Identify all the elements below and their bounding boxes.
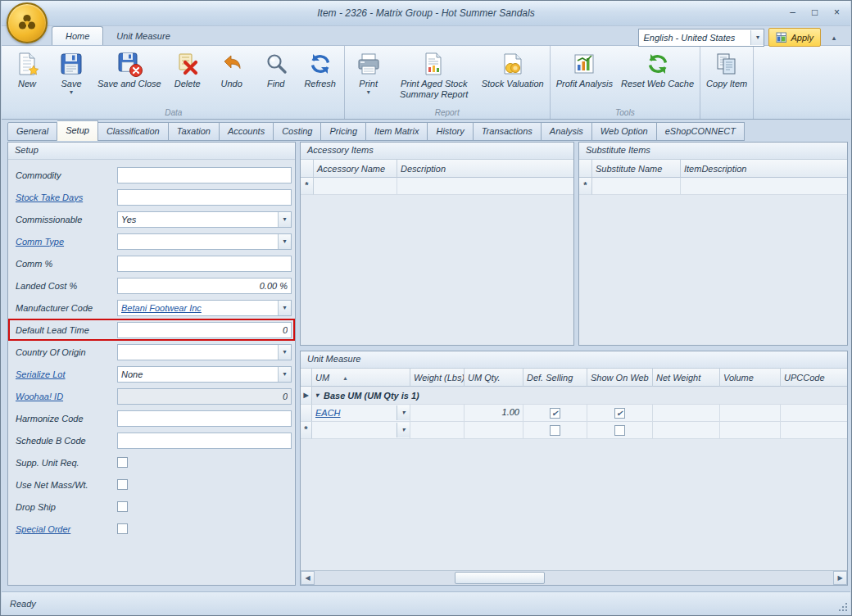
chevron-down-icon[interactable]: ▾: [397, 405, 410, 420]
new-button[interactable]: New: [5, 48, 49, 106]
column-header-upccode[interactable]: UPCCode: [781, 369, 847, 387]
um-value-link[interactable]: EACH: [315, 408, 397, 418]
stock-take-days-input[interactable]: [117, 189, 292, 206]
collapse-group-icon[interactable]: ▾: [315, 392, 319, 399]
scroll-left-icon[interactable]: ◀: [301, 571, 315, 585]
tab-transactions[interactable]: Transactions: [474, 122, 542, 141]
scrollbar-track[interactable]: [315, 571, 833, 585]
column-header-itemdescription[interactable]: ItemDescription: [681, 160, 847, 178]
default-lead-time-input[interactable]: [117, 322, 292, 338]
reset-web-cache-button[interactable]: Reset Web Cache: [617, 48, 698, 106]
manufacturer-code-value[interactable]: Betani Footwear Inc: [118, 303, 278, 313]
title-bar[interactable]: Item - 2326 - Matrix Group - Hot Summer …: [2, 1, 850, 26]
new-row[interactable]: *: [579, 178, 847, 195]
scrollbar-thumb[interactable]: [455, 572, 545, 584]
commodity-input[interactable]: [117, 167, 292, 183]
copy-item-button[interactable]: Copy Item: [702, 48, 751, 106]
tab-web-option[interactable]: Web Option: [592, 122, 657, 141]
unchecked-checkbox-use-net-mass-wt[interactable]: [117, 479, 128, 490]
save-and-close-button[interactable]: Save and Close: [93, 48, 165, 106]
language-select[interactable]: English - United States ▾: [638, 29, 764, 47]
find-button[interactable]: Find: [254, 48, 298, 106]
column-header-um[interactable]: UM▲: [312, 369, 410, 387]
cell[interactable]: [397, 178, 573, 195]
undo-button[interactable]: Undo: [210, 48, 254, 106]
column-header-um-qty[interactable]: UM Qty.: [465, 369, 523, 387]
new-row[interactable]: *: [301, 178, 573, 195]
checked-checkbox[interactable]: ✔: [550, 408, 560, 419]
column-header-weight-lbs[interactable]: Weight (Lbs): [410, 369, 465, 387]
print-button[interactable]: Print▾: [347, 48, 391, 106]
tab-general[interactable]: General: [7, 122, 57, 141]
refresh-button[interactable]: Refresh: [298, 48, 342, 106]
column-header-show-on-web[interactable]: Show On Web: [587, 369, 653, 387]
tab-costing[interactable]: Costing: [274, 122, 321, 141]
column-header-net-weight[interactable]: Net Weight: [653, 369, 720, 387]
schedule-b-code-input[interactable]: [117, 433, 292, 449]
horizontal-scrollbar[interactable]: ◀ ▶: [301, 570, 847, 585]
tab-analysis[interactable]: Analysis: [542, 122, 592, 141]
tab-taxation[interactable]: Taxation: [169, 122, 220, 141]
commissionable-dropdown[interactable]: Yes▾: [117, 211, 292, 228]
profit-analysis-button[interactable]: Profit Analysis: [552, 48, 617, 106]
checked-checkbox[interactable]: ✔: [614, 408, 625, 419]
chevron-down-icon[interactable]: ▾: [278, 345, 291, 360]
chevron-down-icon[interactable]: ▾: [750, 30, 764, 45]
resize-grip[interactable]: [837, 601, 847, 611]
column-header-accessory-name[interactable]: Accessory Name: [314, 160, 397, 178]
app-logo-icon[interactable]: [7, 2, 48, 43]
tab-eshopconnect[interactable]: eShopCONNECT: [657, 122, 745, 141]
unchecked-checkbox[interactable]: [550, 425, 560, 436]
woohaa-id-input[interactable]: [117, 388, 292, 405]
close-button[interactable]: ×: [830, 6, 844, 19]
field-label-serialize-lot[interactable]: Serialize Lot: [16, 369, 117, 379]
save-button[interactable]: Save▾: [49, 48, 93, 106]
cell[interactable]: [681, 178, 847, 195]
um-group-row[interactable]: ▶▾Base UM (UM Qty is 1): [301, 387, 847, 405]
ribbon-collapse-button[interactable]: ▴: [825, 29, 843, 47]
tab-accounts[interactable]: Accounts: [220, 122, 274, 141]
tab-setup[interactable]: Setup: [57, 120, 98, 141]
delete-button[interactable]: Delete: [165, 48, 210, 106]
ribbon-tab-unit-measure[interactable]: Unit Measure: [103, 27, 183, 45]
unchecked-checkbox-special-order[interactable]: [117, 523, 128, 534]
field-label-stock-take-days[interactable]: Stock Take Days: [16, 192, 117, 202]
ribbon-tab-home[interactable]: Home: [52, 26, 103, 45]
stock-valuation-button[interactable]: Stock Valuation: [478, 48, 548, 106]
harmonize-code-input[interactable]: [117, 410, 292, 427]
column-header-description[interactable]: Description: [397, 160, 573, 178]
column-header-volume[interactable]: Volume: [720, 369, 781, 387]
apply-button[interactable]: Apply: [768, 28, 821, 47]
unchecked-checkbox-drop-ship[interactable]: [117, 501, 128, 512]
chevron-down-icon[interactable]: ▾: [397, 423, 410, 437]
cell[interactable]: [314, 178, 397, 195]
chevron-down-icon[interactable]: ▾: [278, 212, 291, 227]
minimize-button[interactable]: –: [786, 6, 800, 19]
new-row[interactable]: *▾: [301, 422, 847, 439]
tab-item-matrix[interactable]: Item Matrix: [366, 122, 428, 141]
column-header-substitute-name[interactable]: Substitute Name: [592, 160, 681, 178]
tab-pricing[interactable]: Pricing: [321, 122, 366, 141]
country-of-origin-dropdown[interactable]: ▾: [117, 344, 292, 360]
restore-button[interactable]: □: [808, 6, 822, 19]
chevron-down-icon[interactable]: ▾: [278, 234, 291, 249]
column-header-def-selling[interactable]: Def. Selling: [523, 369, 587, 387]
landed-cost-input[interactable]: [117, 278, 292, 294]
chevron-down-icon[interactable]: ▾: [278, 367, 291, 382]
field-label-comm-type[interactable]: Comm Type: [16, 237, 117, 247]
unchecked-checkbox-supp-unit-req[interactable]: [117, 457, 128, 468]
cell[interactable]: [592, 178, 681, 195]
comm-input[interactable]: [117, 256, 292, 272]
field-label-special-order[interactable]: Special Order: [16, 524, 117, 534]
chevron-down-icon[interactable]: ▾: [278, 301, 291, 315]
field-label-woohaa-id[interactable]: Woohaa! ID: [16, 392, 117, 401]
tab-classification[interactable]: Classification: [98, 122, 169, 141]
unchecked-checkbox[interactable]: [614, 425, 625, 436]
print-aged-stock-summary-report-button[interactable]: Print Aged Stock Summary Report: [391, 48, 478, 106]
tab-history[interactable]: History: [428, 122, 473, 141]
scroll-right-icon[interactable]: ▶: [833, 571, 847, 585]
manufacturer-code-dropdown[interactable]: Betani Footwear Inc▾: [117, 300, 292, 316]
comm-type-dropdown[interactable]: ▾: [117, 233, 292, 250]
serialize-lot-dropdown[interactable]: None▾: [117, 366, 292, 383]
ribbon-group-tools: Profit AnalysisReset Web CacheTools: [551, 46, 700, 119]
